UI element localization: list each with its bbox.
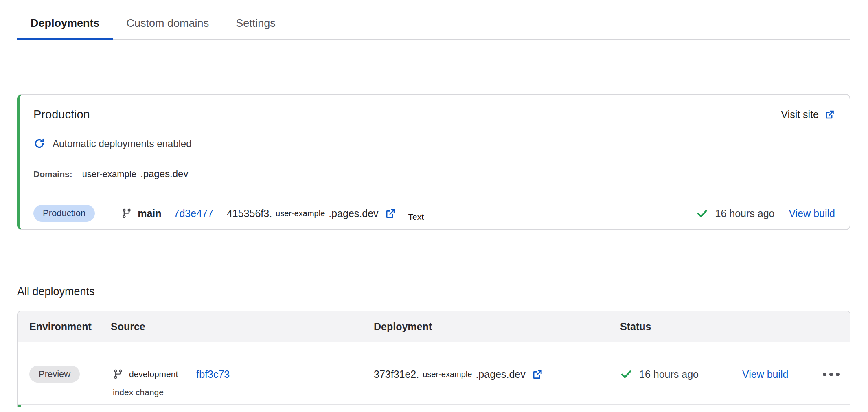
deployment-url-prefix: 415356f3.: [227, 208, 272, 219]
column-header-deployment: Deployment: [374, 321, 620, 333]
page: Deployments Custom domains Settings Prod…: [0, 0, 868, 407]
view-build-link[interactable]: View build: [742, 368, 789, 380]
branch-name: main: [138, 208, 161, 219]
table-header: Environment Source Deployment Status: [18, 311, 850, 342]
production-card-title: Production: [33, 108, 90, 121]
domains-label: Domains:: [33, 169, 72, 179]
environment-badge: Preview: [29, 366, 80, 383]
commit-link[interactable]: fbf3c73: [196, 368, 230, 380]
column-header-environment: Environment: [18, 321, 111, 333]
deployment-url-suffix: .pages.dev: [329, 208, 378, 219]
table-row: Preview development fbf3c73 index change: [18, 342, 850, 405]
tab-custom-domains[interactable]: Custom domains: [113, 0, 223, 39]
refresh-icon: [33, 138, 45, 149]
commit-message: index change: [113, 388, 374, 397]
auto-deployments-status: Automatic deployments enabled: [33, 138, 835, 149]
tab-bar: Deployments Custom domains Settings: [17, 0, 850, 40]
tab-settings[interactable]: Settings: [222, 0, 289, 39]
deployments-table: Environment Source Deployment Status Pre…: [17, 311, 850, 407]
tab-deployments[interactable]: Deployments: [17, 0, 113, 39]
production-deployment-row: Production main 7d3e477 415356f3. user-e…: [20, 197, 850, 229]
external-link-icon[interactable]: [531, 368, 543, 380]
ellipsis-icon[interactable]: [823, 373, 840, 376]
external-link-icon[interactable]: [384, 208, 396, 219]
all-deployments-title: All deployments: [17, 285, 850, 298]
environment-badge: Production: [33, 205, 95, 222]
check-icon: [620, 368, 632, 380]
production-card: Production Visit site: [17, 94, 850, 230]
deployment-url-user: user-example: [276, 209, 325, 218]
deployment-url-user: user-example: [423, 370, 472, 379]
deployment-url: 373f31e2. user-example .pages.dev: [374, 368, 543, 380]
deploy-time: 16 hours ago: [639, 368, 699, 380]
view-build-link[interactable]: View build: [789, 208, 835, 219]
domain-user: user-example: [82, 169, 136, 180]
domain-suffix: .pages.dev: [140, 168, 188, 180]
branch-name: development: [129, 369, 178, 379]
deployment-url: 415356f3. user-example .pages.dev: [227, 208, 396, 219]
external-link-icon: [824, 109, 835, 120]
deployment-url-suffix: .pages.dev: [476, 368, 525, 380]
git-branch-icon: [113, 369, 123, 379]
auto-deployments-text: Automatic deployments enabled: [53, 138, 192, 149]
visit-site-label: Visit site: [781, 109, 819, 121]
next-row-accent-peek: [18, 405, 21, 407]
domains-row: Domains: user-example .pages.dev: [33, 168, 835, 180]
deployment-url-prefix: 373f31e2.: [374, 368, 419, 380]
note-text: Text: [408, 212, 424, 222]
column-header-status: Status: [620, 321, 742, 333]
commit-link[interactable]: 7d3e477: [174, 208, 213, 219]
deploy-time: 16 hours ago: [715, 208, 775, 219]
visit-site-link[interactable]: Visit site: [781, 109, 835, 121]
column-header-source: Source: [111, 321, 374, 333]
check-icon: [696, 207, 708, 219]
git-branch-icon: [121, 208, 132, 219]
